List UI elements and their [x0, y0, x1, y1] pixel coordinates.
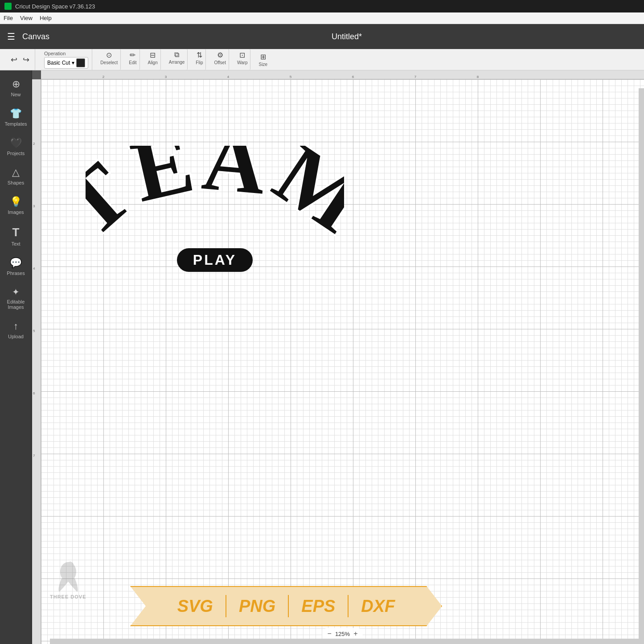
menu-view[interactable]: View — [20, 15, 33, 21]
zoom-out-button[interactable]: − — [328, 630, 332, 638]
shapes-icon: △ — [12, 167, 20, 178]
undo-button[interactable]: ↩ — [9, 53, 19, 66]
format-eps: EPS — [289, 597, 348, 616]
zoom-in-button[interactable]: + — [353, 630, 357, 638]
canvas-area[interactable]: 2 3 4 5 6 7 8 2 3 4 5 6 7 — [32, 70, 644, 644]
deselect-icon: ⊙ — [106, 51, 112, 59]
operation-label: Operation — [44, 51, 66, 56]
svg-text:TEAM: TEAM — [86, 146, 344, 253]
design-container[interactable]: TEAM PLAY — [86, 128, 344, 289]
ruler-mark-v-2: 2 — [33, 142, 35, 146]
banner-arrow-shape: SVG PNG EPS DXF — [130, 586, 442, 626]
watermark-brand: THREE DOVE — [50, 594, 86, 599]
offset-button[interactable]: ⚙ Offset — [211, 49, 229, 70]
zoom-controls: − 125% + — [322, 628, 363, 640]
ruler-mark-6: 6 — [352, 75, 354, 79]
align-icon: ⊟ — [150, 51, 156, 59]
align-label: Align — [148, 60, 158, 65]
ruler-mark-2: 2 — [103, 75, 104, 79]
size-button[interactable]: ⊞ Size — [256, 51, 270, 69]
main-area: ⊕ New 👕 Templates 🖤 Projects △ Shapes 💡 … — [0, 70, 644, 644]
warp-button[interactable]: ⊡ Warp — [234, 49, 251, 70]
text-icon: T — [12, 226, 20, 239]
team-text-svg: TEAM — [86, 146, 344, 253]
ruler-mark-v-6: 6 — [33, 391, 35, 395]
ruler-top: 2 3 4 5 6 7 8 — [41, 70, 644, 79]
sidebar-shapes-label: Shapes — [8, 180, 24, 185]
arrange-icon: ⧉ — [174, 51, 179, 59]
offset-label: Offset — [214, 60, 226, 65]
format-items: SVG PNG EPS DXF — [165, 595, 408, 617]
arrange-label: Arrange — [169, 60, 185, 65]
hamburger-menu-icon[interactable]: ☰ — [7, 31, 15, 42]
offset-icon: ⚙ — [217, 51, 223, 59]
play-text: PLAY — [193, 252, 237, 268]
watermark-bird-icon — [53, 558, 84, 594]
ruler-mark-5: 5 — [290, 75, 291, 79]
color-swatch[interactable] — [76, 58, 85, 67]
sidebar-new-label: New — [11, 92, 21, 97]
menu-bar: File View Help — [0, 12, 644, 24]
sidebar-projects-label: Projects — [7, 151, 25, 156]
edit-icon: ✏ — [130, 51, 135, 59]
phrases-icon: 💬 — [10, 257, 22, 269]
redo-button[interactable]: ↪ — [21, 53, 31, 66]
sidebar-item-templates[interactable]: 👕 Templates — [2, 103, 30, 131]
sidebar-item-new[interactable]: ⊕ New — [2, 74, 30, 102]
new-icon: ⊕ — [12, 78, 20, 90]
cricut-logo-icon — [4, 3, 12, 10]
sidebar-item-shapes[interactable]: △ Shapes — [2, 162, 30, 190]
size-icon: ⊞ — [260, 53, 266, 61]
sidebar-item-editable-images[interactable]: ✦ Editable Images — [2, 282, 30, 314]
sidebar-text-label: Text — [11, 241, 20, 246]
deselect-label: Deselect — [100, 60, 118, 65]
operation-select[interactable]: Basic Cut ▾ — [44, 57, 88, 69]
size-label: Size — [258, 62, 267, 67]
edit-button[interactable]: ✏ Edit — [126, 49, 139, 70]
play-badge: PLAY — [177, 248, 253, 272]
ruler-mark-7: 7 — [414, 75, 416, 79]
sidebar-upload-label: Upload — [8, 334, 24, 339]
flip-button[interactable]: ⇅ Flip — [193, 49, 206, 70]
menu-file[interactable]: File — [4, 15, 13, 21]
ruler-left: 2 3 4 5 6 7 — [32, 79, 41, 644]
vertical-scrollbar[interactable] — [639, 88, 644, 644]
warp-icon: ⊡ — [239, 51, 245, 59]
align-button[interactable]: ⊟ Align — [145, 49, 161, 70]
sidebar-item-images[interactable]: 💡 Images — [2, 192, 30, 219]
operation-group: Operation Basic Cut ▾ — [41, 49, 92, 70]
format-png: PNG — [226, 597, 288, 616]
sidebar-templates-label: Templates — [4, 121, 27, 127]
app-title: Cricut Design Space v7.36.123 — [15, 3, 95, 10]
ruler-mark-4: 4 — [227, 75, 229, 79]
deselect-button[interactable]: ⊙ Deselect — [98, 49, 121, 70]
grid-canvas[interactable]: TEAM PLAY SVG PNG EPS — [41, 79, 644, 644]
sidebar-images-label: Images — [8, 209, 24, 215]
menu-help[interactable]: Help — [40, 15, 52, 21]
watermark: THREE DOVE — [50, 558, 86, 599]
sidebar: ⊕ New 👕 Templates 🖤 Projects △ Shapes 💡 … — [0, 70, 32, 644]
undo-redo-group: ↩ ↪ — [5, 49, 35, 70]
ruler-mark-v-4: 4 — [33, 267, 35, 271]
sidebar-item-upload[interactable]: ↑ Upload — [2, 316, 30, 344]
operation-dropdown-icon: ▾ — [72, 60, 74, 66]
sidebar-item-text[interactable]: T Text — [2, 221, 30, 251]
sidebar-item-phrases[interactable]: 💬 Phrases — [2, 253, 30, 280]
templates-icon: 👕 — [10, 108, 22, 119]
ruler-mark-8: 8 — [477, 75, 479, 79]
horizontal-scrollbar[interactable] — [50, 639, 639, 644]
canvas-label: Canvas — [22, 32, 49, 41]
arrange-button[interactable]: ⧉ Arrange — [166, 49, 188, 70]
sidebar-editable-images-label: Editable Images — [4, 299, 28, 310]
ruler-mark-v-5: 5 — [33, 329, 35, 333]
flip-icon: ⇅ — [197, 51, 202, 59]
sidebar-item-projects[interactable]: 🖤 Projects — [2, 133, 30, 160]
operation-toolbar: ↩ ↪ Operation Basic Cut ▾ ⊙ Deselect ✏ E… — [0, 49, 644, 70]
flip-label: Flip — [196, 60, 203, 65]
format-dxf: DXF — [349, 597, 407, 616]
images-icon: 💡 — [10, 196, 22, 208]
format-svg: SVG — [165, 597, 226, 616]
editable-images-icon: ✦ — [12, 287, 20, 297]
warp-label: Warp — [237, 60, 248, 65]
format-banner: SVG PNG EPS DXF — [130, 586, 644, 626]
